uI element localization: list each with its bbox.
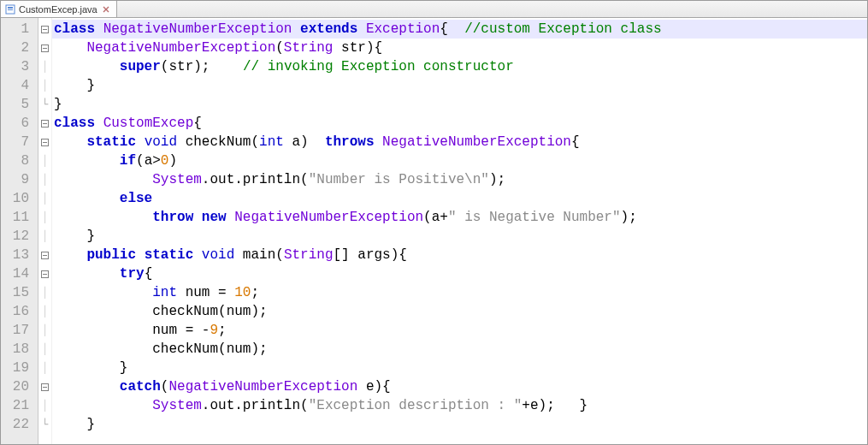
line-number: 9 bbox=[1, 170, 38, 189]
file-tab[interactable]: CustomExcep.java bbox=[1, 1, 117, 17]
code-line[interactable]: NegativeNumberException(String str){ bbox=[52, 39, 867, 57]
line-number: 16 bbox=[1, 302, 38, 321]
code-line[interactable]: if(a>0) bbox=[52, 151, 867, 170]
close-icon[interactable] bbox=[101, 4, 111, 15]
fold-toggle[interactable] bbox=[38, 39, 51, 57]
fold-end[interactable]: └ bbox=[38, 415, 51, 434]
code-line[interactable]: try{ bbox=[52, 264, 867, 283]
code-line[interactable]: throw new NegativeNumberException(a+" is… bbox=[52, 208, 867, 227]
fold-line: │ bbox=[38, 396, 51, 415]
line-number: 22 bbox=[1, 415, 38, 434]
line-number: 17 bbox=[1, 321, 38, 340]
fold-line: │ bbox=[38, 321, 51, 340]
tab-filename: CustomExcep.java bbox=[19, 4, 97, 15]
code-line[interactable]: } bbox=[52, 95, 867, 114]
line-number: 12 bbox=[1, 227, 38, 246]
fold-line: │ bbox=[38, 208, 51, 227]
fold-line: │ bbox=[38, 189, 51, 208]
code-line[interactable]: num = -9; bbox=[52, 321, 867, 340]
line-number-gutter: 12345678910111213141516171819202122 bbox=[1, 18, 38, 444]
fold-line: │ bbox=[38, 359, 51, 377]
line-number: 15 bbox=[1, 283, 38, 302]
code-line[interactable]: static void checkNum(int a) throws Negat… bbox=[52, 133, 867, 151]
code-line[interactable]: checkNum(num); bbox=[52, 340, 867, 359]
line-number: 21 bbox=[1, 396, 38, 415]
code-line[interactable]: class CustomExcep{ bbox=[52, 114, 867, 133]
fold-toggle[interactable] bbox=[38, 377, 51, 396]
line-number: 14 bbox=[1, 264, 38, 283]
code-line[interactable]: catch(NegativeNumberException e){ bbox=[52, 377, 867, 396]
code-line[interactable]: } bbox=[52, 227, 867, 246]
editor-window: CustomExcep.java 12345678910111213141516… bbox=[0, 0, 868, 445]
code-line[interactable]: } bbox=[52, 76, 867, 95]
fold-line: │ bbox=[38, 170, 51, 189]
fold-toggle[interactable] bbox=[38, 264, 51, 283]
code-line[interactable]: int num = 10; bbox=[52, 283, 867, 302]
code-line[interactable]: } bbox=[52, 359, 867, 377]
fold-gutter: ││└│││││││││││└ bbox=[38, 18, 52, 444]
line-number: 13 bbox=[1, 246, 38, 264]
line-number: 10 bbox=[1, 189, 38, 208]
line-number: 18 bbox=[1, 340, 38, 359]
svg-rect-2 bbox=[8, 9, 13, 10]
line-number: 6 bbox=[1, 114, 38, 133]
fold-line: │ bbox=[38, 151, 51, 170]
fold-line: │ bbox=[38, 76, 51, 95]
code-line[interactable]: checkNum(num); bbox=[52, 302, 867, 321]
fold-line: │ bbox=[38, 57, 51, 76]
fold-line: │ bbox=[38, 340, 51, 359]
line-number: 5 bbox=[1, 95, 38, 114]
line-number: 11 bbox=[1, 208, 38, 227]
java-file-icon bbox=[5, 4, 15, 15]
code-line[interactable]: System.out.println("Number is Positive\n… bbox=[52, 170, 867, 189]
fold-toggle[interactable] bbox=[38, 246, 51, 264]
fold-line: │ bbox=[38, 227, 51, 246]
fold-line: │ bbox=[38, 302, 51, 321]
line-number: 4 bbox=[1, 76, 38, 95]
code-line[interactable]: System.out.println("Exception descriptio… bbox=[52, 396, 867, 415]
line-number: 20 bbox=[1, 377, 38, 396]
tab-bar: CustomExcep.java bbox=[1, 1, 867, 18]
line-number: 19 bbox=[1, 359, 38, 377]
code-line[interactable]: public static void main(String[] args){ bbox=[52, 246, 867, 264]
fold-line: │ bbox=[38, 283, 51, 302]
code-line[interactable]: } bbox=[52, 415, 867, 434]
line-number: 3 bbox=[1, 57, 38, 76]
line-number: 8 bbox=[1, 151, 38, 170]
code-line[interactable]: class NegativeNumberException extends Ex… bbox=[52, 20, 867, 39]
line-number: 1 bbox=[1, 20, 38, 39]
svg-rect-1 bbox=[8, 7, 13, 9]
line-number: 2 bbox=[1, 39, 38, 57]
code-line[interactable]: super(str); // invoking Exception constr… bbox=[52, 57, 867, 76]
fold-end[interactable]: └ bbox=[38, 95, 51, 114]
fold-toggle[interactable] bbox=[38, 133, 51, 151]
fold-toggle[interactable] bbox=[38, 20, 51, 39]
editor-area: 12345678910111213141516171819202122 ││└│… bbox=[1, 18, 867, 444]
line-number: 7 bbox=[1, 133, 38, 151]
code-area[interactable]: class NegativeNumberException extends Ex… bbox=[52, 18, 867, 444]
fold-toggle[interactable] bbox=[38, 114, 51, 133]
code-line[interactable]: else bbox=[52, 189, 867, 208]
